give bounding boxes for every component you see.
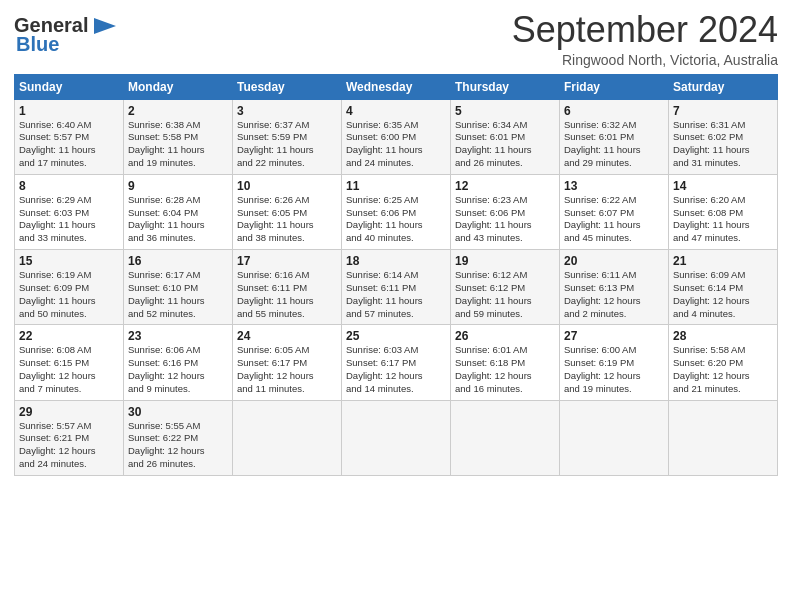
logo: General Blue <box>14 14 118 56</box>
calendar-cell: 21Sunrise: 6:09 AMSunset: 6:14 PMDayligh… <box>669 250 778 325</box>
calendar-cell <box>233 400 342 475</box>
day-info: Sunrise: 5:55 AMSunset: 6:22 PMDaylight:… <box>128 420 228 471</box>
calendar-cell: 30Sunrise: 5:55 AMSunset: 6:22 PMDayligh… <box>124 400 233 475</box>
month-title: September 2024 <box>512 10 778 50</box>
day-info: Sunrise: 6:09 AMSunset: 6:14 PMDaylight:… <box>673 269 773 320</box>
day-number: 25 <box>346 329 446 343</box>
week-row-5: 29Sunrise: 5:57 AMSunset: 6:21 PMDayligh… <box>15 400 778 475</box>
week-row-3: 15Sunrise: 6:19 AMSunset: 6:09 PMDayligh… <box>15 250 778 325</box>
calendar-body: 1Sunrise: 6:40 AMSunset: 5:57 PMDaylight… <box>15 99 778 475</box>
calendar-cell <box>342 400 451 475</box>
day-info: Sunrise: 5:58 AMSunset: 6:20 PMDaylight:… <box>673 344 773 395</box>
weekday-header-sunday: Sunday <box>15 74 124 99</box>
svg-marker-0 <box>94 18 116 34</box>
day-info: Sunrise: 6:38 AMSunset: 5:58 PMDaylight:… <box>128 119 228 170</box>
calendar-cell: 10Sunrise: 6:26 AMSunset: 6:05 PMDayligh… <box>233 174 342 249</box>
calendar-cell: 13Sunrise: 6:22 AMSunset: 6:07 PMDayligh… <box>560 174 669 249</box>
day-info: Sunrise: 6:05 AMSunset: 6:17 PMDaylight:… <box>237 344 337 395</box>
logo-blue: Blue <box>16 33 59 56</box>
day-number: 20 <box>564 254 664 268</box>
day-info: Sunrise: 6:11 AMSunset: 6:13 PMDaylight:… <box>564 269 664 320</box>
calendar-cell: 1Sunrise: 6:40 AMSunset: 5:57 PMDaylight… <box>15 99 124 174</box>
calendar-cell: 15Sunrise: 6:19 AMSunset: 6:09 PMDayligh… <box>15 250 124 325</box>
calendar-cell: 2Sunrise: 6:38 AMSunset: 5:58 PMDaylight… <box>124 99 233 174</box>
day-number: 6 <box>564 104 664 118</box>
day-info: Sunrise: 6:40 AMSunset: 5:57 PMDaylight:… <box>19 119 119 170</box>
calendar-cell: 14Sunrise: 6:20 AMSunset: 6:08 PMDayligh… <box>669 174 778 249</box>
day-info: Sunrise: 6:25 AMSunset: 6:06 PMDaylight:… <box>346 194 446 245</box>
day-info: Sunrise: 6:08 AMSunset: 6:15 PMDaylight:… <box>19 344 119 395</box>
day-number: 17 <box>237 254 337 268</box>
calendar-cell <box>669 400 778 475</box>
day-info: Sunrise: 6:37 AMSunset: 5:59 PMDaylight:… <box>237 119 337 170</box>
day-number: 3 <box>237 104 337 118</box>
day-info: Sunrise: 6:19 AMSunset: 6:09 PMDaylight:… <box>19 269 119 320</box>
day-number: 12 <box>455 179 555 193</box>
calendar-cell: 17Sunrise: 6:16 AMSunset: 6:11 PMDayligh… <box>233 250 342 325</box>
page: General Blue September 2024 Ringwood Nor… <box>0 0 792 612</box>
calendar-cell: 29Sunrise: 5:57 AMSunset: 6:21 PMDayligh… <box>15 400 124 475</box>
calendar-table: SundayMondayTuesdayWednesdayThursdayFrid… <box>14 74 778 476</box>
day-info: Sunrise: 6:12 AMSunset: 6:12 PMDaylight:… <box>455 269 555 320</box>
day-number: 7 <box>673 104 773 118</box>
calendar-cell: 7Sunrise: 6:31 AMSunset: 6:02 PMDaylight… <box>669 99 778 174</box>
day-info: Sunrise: 6:03 AMSunset: 6:17 PMDaylight:… <box>346 344 446 395</box>
day-info: Sunrise: 6:17 AMSunset: 6:10 PMDaylight:… <box>128 269 228 320</box>
calendar-cell: 18Sunrise: 6:14 AMSunset: 6:11 PMDayligh… <box>342 250 451 325</box>
day-number: 30 <box>128 405 228 419</box>
day-number: 21 <box>673 254 773 268</box>
weekday-header-friday: Friday <box>560 74 669 99</box>
calendar-cell: 16Sunrise: 6:17 AMSunset: 6:10 PMDayligh… <box>124 250 233 325</box>
day-number: 8 <box>19 179 119 193</box>
day-number: 11 <box>346 179 446 193</box>
day-info: Sunrise: 6:14 AMSunset: 6:11 PMDaylight:… <box>346 269 446 320</box>
location: Ringwood North, Victoria, Australia <box>512 52 778 68</box>
day-number: 15 <box>19 254 119 268</box>
week-row-4: 22Sunrise: 6:08 AMSunset: 6:15 PMDayligh… <box>15 325 778 400</box>
day-number: 1 <box>19 104 119 118</box>
weekday-header-saturday: Saturday <box>669 74 778 99</box>
day-info: Sunrise: 6:31 AMSunset: 6:02 PMDaylight:… <box>673 119 773 170</box>
week-row-1: 1Sunrise: 6:40 AMSunset: 5:57 PMDaylight… <box>15 99 778 174</box>
day-number: 13 <box>564 179 664 193</box>
calendar-cell: 25Sunrise: 6:03 AMSunset: 6:17 PMDayligh… <box>342 325 451 400</box>
day-number: 28 <box>673 329 773 343</box>
day-info: Sunrise: 6:22 AMSunset: 6:07 PMDaylight:… <box>564 194 664 245</box>
day-info: Sunrise: 6:28 AMSunset: 6:04 PMDaylight:… <box>128 194 228 245</box>
day-number: 16 <box>128 254 228 268</box>
calendar-cell: 3Sunrise: 6:37 AMSunset: 5:59 PMDaylight… <box>233 99 342 174</box>
calendar-cell: 11Sunrise: 6:25 AMSunset: 6:06 PMDayligh… <box>342 174 451 249</box>
calendar-cell <box>560 400 669 475</box>
day-number: 23 <box>128 329 228 343</box>
day-info: Sunrise: 6:32 AMSunset: 6:01 PMDaylight:… <box>564 119 664 170</box>
day-number: 10 <box>237 179 337 193</box>
day-info: Sunrise: 6:23 AMSunset: 6:06 PMDaylight:… <box>455 194 555 245</box>
weekday-header-tuesday: Tuesday <box>233 74 342 99</box>
weekday-header-thursday: Thursday <box>451 74 560 99</box>
day-info: Sunrise: 6:29 AMSunset: 6:03 PMDaylight:… <box>19 194 119 245</box>
day-info: Sunrise: 6:06 AMSunset: 6:16 PMDaylight:… <box>128 344 228 395</box>
calendar-cell: 20Sunrise: 6:11 AMSunset: 6:13 PMDayligh… <box>560 250 669 325</box>
calendar-cell: 19Sunrise: 6:12 AMSunset: 6:12 PMDayligh… <box>451 250 560 325</box>
day-number: 9 <box>128 179 228 193</box>
calendar-cell: 28Sunrise: 5:58 AMSunset: 6:20 PMDayligh… <box>669 325 778 400</box>
calendar-cell: 23Sunrise: 6:06 AMSunset: 6:16 PMDayligh… <box>124 325 233 400</box>
day-number: 14 <box>673 179 773 193</box>
day-info: Sunrise: 6:35 AMSunset: 6:00 PMDaylight:… <box>346 119 446 170</box>
week-row-2: 8Sunrise: 6:29 AMSunset: 6:03 PMDaylight… <box>15 174 778 249</box>
day-info: Sunrise: 6:26 AMSunset: 6:05 PMDaylight:… <box>237 194 337 245</box>
calendar-cell: 8Sunrise: 6:29 AMSunset: 6:03 PMDaylight… <box>15 174 124 249</box>
weekday-header-row: SundayMondayTuesdayWednesdayThursdayFrid… <box>15 74 778 99</box>
calendar-cell: 5Sunrise: 6:34 AMSunset: 6:01 PMDaylight… <box>451 99 560 174</box>
day-number: 29 <box>19 405 119 419</box>
header: General Blue September 2024 Ringwood Nor… <box>14 10 778 68</box>
day-info: Sunrise: 6:20 AMSunset: 6:08 PMDaylight:… <box>673 194 773 245</box>
day-info: Sunrise: 6:34 AMSunset: 6:01 PMDaylight:… <box>455 119 555 170</box>
day-info: Sunrise: 6:00 AMSunset: 6:19 PMDaylight:… <box>564 344 664 395</box>
day-info: Sunrise: 5:57 AMSunset: 6:21 PMDaylight:… <box>19 420 119 471</box>
calendar-cell: 24Sunrise: 6:05 AMSunset: 6:17 PMDayligh… <box>233 325 342 400</box>
day-number: 2 <box>128 104 228 118</box>
day-number: 24 <box>237 329 337 343</box>
calendar-cell: 6Sunrise: 6:32 AMSunset: 6:01 PMDaylight… <box>560 99 669 174</box>
calendar-cell: 27Sunrise: 6:00 AMSunset: 6:19 PMDayligh… <box>560 325 669 400</box>
